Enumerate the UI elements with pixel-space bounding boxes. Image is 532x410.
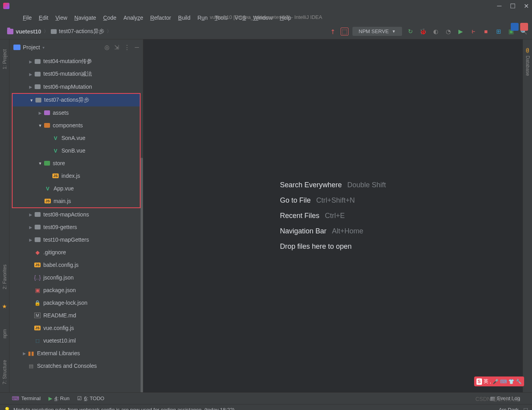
js-icon: JS [34,263,40,267]
left-tool-strip: 1: Project 2: Favorites ★ npm 7: Structu… [0,39,9,392]
tree-item[interactable]: ▶ test04-mutation传参 [9,55,143,68]
expand-icon[interactable]: ▶ [28,85,34,89]
tree-item[interactable]: V SonB.vue [13,144,140,157]
breadcrumb-root[interactable]: vuetest10 [7,28,41,35]
welcome-goto: Go to File [280,196,311,205]
strip-structure[interactable]: 7: Structure [1,358,8,386]
terminal-tab[interactable]: ⌨ Terminal [12,395,41,401]
expand-icon[interactable]: ▶ [37,111,43,115]
window-title: vuetest10 [E:\idea_code\vuetest10] - Int… [210,14,322,20]
stop-icon[interactable]: ■ [482,27,490,36]
todo-tab[interactable]: ☑ 6: TODO [77,395,104,401]
bulb-icon[interactable]: 💡 [4,407,10,410]
tree-item[interactable]: ▶ test09-getters [9,221,143,233]
build-icon[interactable]: ↗ [326,25,338,37]
tree-label: Scratches and Consoles [37,363,97,369]
profile-icon[interactable]: ◔ [444,27,452,36]
tree-item[interactable]: M README.md [9,309,143,322]
run-tab[interactable]: ▶ 4: Run [48,395,69,401]
tree-item[interactable]: ▶ test06-mapMutation [9,80,143,93]
menu-analyze[interactable]: Analyze [120,13,146,22]
attach-icon[interactable]: ⥼ [469,27,478,36]
target-icon[interactable]: ◎ [104,44,109,51]
tree-item[interactable]: JS index.js [13,170,140,182]
menu-build[interactable]: Build [175,13,193,22]
collapse-icon[interactable]: ▼ [28,98,35,102]
ide-icon[interactable]: ⬚ [523,407,528,410]
tree-item[interactable]: ▶ assets [13,106,140,119]
hide-icon[interactable]: ─ [135,44,139,51]
menu-refactor[interactable]: Refactor [147,13,174,22]
tree-item-selected[interactable]: ▼ test07-actions异步 [13,94,140,106]
strip-npm[interactable]: npm [1,327,8,340]
tree-label: vue.config.js [43,325,74,331]
tree-item[interactable]: JS vue.config.js [9,322,143,334]
tree-item[interactable]: ▶ test05-mutation减法 [9,68,143,80]
panel-title-dropdown[interactable]: Project ▾ [13,44,44,50]
panel-header: Project ▾ ◎ ⇲ ⋮ ─ [9,39,143,55]
editor-area[interactable]: Search Everywhere Double Shift Go to Fil… [143,39,523,392]
layout-icon[interactable]: ⊞ [494,27,503,36]
scrollbar[interactable] [141,158,143,392]
menu-view[interactable]: View [52,13,70,22]
menu-edit[interactable]: Edit [36,13,52,22]
tree-item[interactable]: ▶ test08-mapActions [9,208,143,221]
tree-item[interactable]: JS main.js [13,195,140,207]
strip-favorites[interactable]: 2: Favorites [1,263,8,291]
expand-icon[interactable]: ▶ [28,212,34,217]
tree-item[interactable]: ▼ components [13,119,140,132]
maximize-button[interactable]: ☐ [510,3,515,9]
expand-icon[interactable]: ▶ [28,238,34,242]
menu-file[interactable]: File [20,13,35,22]
menu-code[interactable]: Code [100,13,119,22]
run-icon[interactable]: ▶ [456,27,465,36]
expand-icon[interactable]: ▶ [28,225,34,229]
dropdown-icon: ▼ [392,29,396,34]
run-config-dropdown[interactable]: NPM SERVE ▼ [352,27,402,36]
select-run-icon[interactable]: ⬚ [341,28,348,35]
shortcut: Double Shift [347,181,386,189]
project-tree[interactable]: ▶ test04-mutation传参 ▶ test05-mutation减法 … [9,55,143,392]
strip-project[interactable]: 1: Project [1,47,8,71]
theme-label[interactable]: Arc Dark [499,407,519,410]
tree-item[interactable]: ◆ .gitignore [9,246,143,259]
close-button[interactable]: ✕ [523,3,529,9]
breadcrumb-path[interactable]: test07-actions异步 [51,28,104,35]
menu-bar: File Edit View Navigate Code Analyze Ref… [0,12,532,24]
expand-icon[interactable]: ▶ [28,72,34,76]
welcome-recent: Recent Files [280,212,319,220]
tree-item[interactable]: ▼ store [13,157,140,170]
tree-item[interactable]: 🔒 package-lock.json [9,296,143,309]
tree-item[interactable]: ▶ ▮▮ External Libraries [9,347,143,360]
tree-label: store [53,160,65,166]
tree-item[interactable]: ⬚ vuetest10.iml [9,334,143,347]
tree-label: test05-mutation减法 [43,71,93,78]
bug-icon[interactable]: 🐞 [419,27,427,36]
tree-item[interactable]: V SonA.vue [13,132,140,144]
tree-item[interactable]: {..} jsconfig.json [9,271,143,284]
expand-icon[interactable]: ▶ [21,351,28,356]
settings-icon[interactable]: ⋮ [124,44,130,51]
tree-item[interactable]: ▤ Scratches and Consoles [9,360,143,372]
reload-icon[interactable]: ↻ [406,27,415,36]
run-config-label: NPM SERVE [359,28,389,34]
collapse-icon[interactable]: ▼ [37,123,43,128]
strip-database[interactable]: Database [524,54,531,78]
tree-label: index.js [61,173,80,179]
collapse-icon[interactable]: ⇲ [114,44,119,51]
menu-run[interactable]: Run [195,13,211,22]
star-icon: ★ [2,303,7,309]
status-bar: 💡 Module resolution rules from webpack.c… [0,404,532,410]
tree-item[interactable]: ▶ test10-mapGetters [9,233,143,246]
collapse-icon[interactable]: ▼ [37,161,43,166]
minimize-button[interactable]: ─ [497,3,502,9]
mic-icon: 🎤 [493,379,499,384]
badge-2 [520,23,528,31]
tree-item[interactable]: ▣ package.json [9,284,143,296]
tree-item[interactable]: JS babel.config.js [9,259,143,271]
menu-navigate[interactable]: Navigate [71,13,99,22]
tree-item[interactable]: V App.vue [13,182,140,195]
tree-label: jsconfig.json [43,274,74,281]
expand-icon[interactable]: ▶ [28,60,34,64]
coverage-icon[interactable]: ◐ [431,27,440,36]
